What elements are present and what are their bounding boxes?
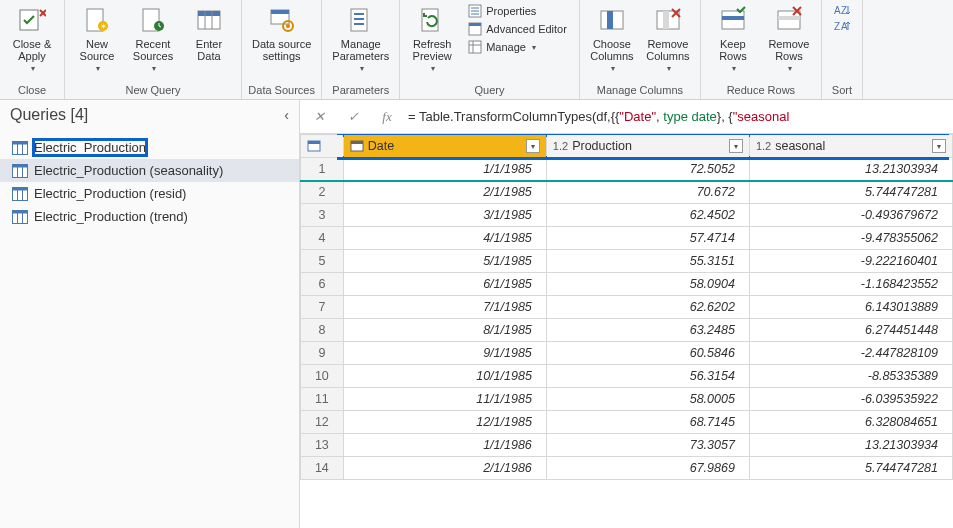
table-row[interactable]: 1111/1/198558.0005-6.039535922 bbox=[301, 388, 953, 411]
table-row[interactable]: 142/1/198667.98695.744747281 bbox=[301, 457, 953, 480]
row-number-cell[interactable]: 7 bbox=[301, 296, 344, 319]
cell-seasonal[interactable]: -2.447828109 bbox=[749, 342, 952, 365]
row-number-cell[interactable]: 6 bbox=[301, 273, 344, 296]
new-source-button[interactable]: ✶ New Source bbox=[69, 2, 125, 75]
cell-production[interactable]: 57.4714 bbox=[546, 227, 749, 250]
table-row[interactable]: 33/1/198562.4502-0.493679672 bbox=[301, 204, 953, 227]
cell-production[interactable]: 58.0904 bbox=[546, 273, 749, 296]
cell-seasonal[interactable]: -1.168423552 bbox=[749, 273, 952, 296]
cell-date[interactable]: 1/1/1985 bbox=[343, 158, 546, 181]
refresh-preview-button[interactable]: Refresh Preview bbox=[404, 2, 460, 75]
choose-columns-button[interactable]: Choose Columns bbox=[584, 2, 640, 75]
column-header[interactable]: 1.2Production▾ bbox=[546, 135, 749, 158]
close-apply-button[interactable]: Close & Apply bbox=[4, 2, 60, 75]
cell-date[interactable]: 7/1/1985 bbox=[343, 296, 546, 319]
table-row[interactable]: 55/1/198555.3151-9.222160401 bbox=[301, 250, 953, 273]
cell-production[interactable]: 73.3057 bbox=[546, 434, 749, 457]
properties-button[interactable]: Properties bbox=[464, 2, 571, 20]
data-source-settings-button[interactable]: Data source settings bbox=[246, 2, 317, 64]
row-number-cell[interactable]: 10 bbox=[301, 365, 344, 388]
row-header-corner[interactable] bbox=[301, 135, 344, 158]
cell-production[interactable]: 67.9869 bbox=[546, 457, 749, 480]
cell-production[interactable]: 70.672 bbox=[546, 181, 749, 204]
table-row[interactable]: 66/1/198558.0904-1.168423552 bbox=[301, 273, 953, 296]
cell-production[interactable]: 60.5846 bbox=[546, 342, 749, 365]
column-filter-dropdown[interactable]: ▾ bbox=[729, 139, 743, 153]
table-row[interactable]: 1010/1/198556.3154-8.85335389 bbox=[301, 365, 953, 388]
advanced-editor-button[interactable]: Advanced Editor bbox=[464, 20, 571, 38]
table-row[interactable]: 131/1/198673.305713.21303934 bbox=[301, 434, 953, 457]
manage-button[interactable]: Manage bbox=[464, 38, 571, 56]
cell-date[interactable]: 4/1/1985 bbox=[343, 227, 546, 250]
cell-production[interactable]: 55.3151 bbox=[546, 250, 749, 273]
column-header[interactable]: Date▾ bbox=[343, 135, 546, 158]
cell-date[interactable]: 2/1/1986 bbox=[343, 457, 546, 480]
cell-seasonal[interactable]: 5.744747281 bbox=[749, 181, 952, 204]
remove-rows-button[interactable]: Remove Rows bbox=[761, 2, 817, 75]
row-number-cell[interactable]: 14 bbox=[301, 457, 344, 480]
column-filter-dropdown[interactable]: ▾ bbox=[526, 139, 540, 153]
cell-date[interactable]: 8/1/1985 bbox=[343, 319, 546, 342]
fx-icon[interactable]: fx bbox=[374, 106, 400, 128]
sort-desc-button[interactable]: ZA bbox=[830, 18, 854, 34]
column-header[interactable]: 1.2seasonal▾ bbox=[749, 135, 952, 158]
cell-date[interactable]: 11/1/1985 bbox=[343, 388, 546, 411]
cell-date[interactable]: 1/1/1986 bbox=[343, 434, 546, 457]
row-number-cell[interactable]: 3 bbox=[301, 204, 344, 227]
cell-seasonal[interactable]: 6.274451448 bbox=[749, 319, 952, 342]
collapse-queries-icon[interactable]: ‹ bbox=[284, 107, 289, 123]
manage-parameters-button[interactable]: Manage Parameters bbox=[326, 2, 395, 75]
cell-date[interactable]: 9/1/1985 bbox=[343, 342, 546, 365]
recent-sources-button[interactable]: Recent Sources bbox=[125, 2, 181, 75]
column-filter-dropdown[interactable]: ▾ bbox=[932, 139, 946, 153]
row-number-cell[interactable]: 2 bbox=[301, 181, 344, 204]
row-number-cell[interactable]: 13 bbox=[301, 434, 344, 457]
keep-rows-button[interactable]: Keep Rows bbox=[705, 2, 761, 75]
cell-production[interactable]: 62.6202 bbox=[546, 296, 749, 319]
cell-production[interactable]: 72.5052 bbox=[546, 158, 749, 181]
cell-seasonal[interactable]: -8.85335389 bbox=[749, 365, 952, 388]
cell-production[interactable]: 63.2485 bbox=[546, 319, 749, 342]
sort-asc-button[interactable]: AZ bbox=[830, 2, 854, 18]
query-item[interactable]: Electric_Production bbox=[0, 136, 299, 159]
table-row[interactable]: 44/1/198557.4714-9.478355062 bbox=[301, 227, 953, 250]
cell-production[interactable]: 68.7145 bbox=[546, 411, 749, 434]
cell-seasonal[interactable]: 6.328084651 bbox=[749, 411, 952, 434]
row-number-cell[interactable]: 1 bbox=[301, 158, 344, 181]
table-row[interactable]: 11/1/198572.505213.21303934 bbox=[301, 158, 953, 181]
cell-date[interactable]: 2/1/1985 bbox=[343, 181, 546, 204]
row-number-cell[interactable]: 12 bbox=[301, 411, 344, 434]
row-number-cell[interactable]: 11 bbox=[301, 388, 344, 411]
row-number-cell[interactable]: 9 bbox=[301, 342, 344, 365]
table-row[interactable]: 77/1/198562.62026.143013889 bbox=[301, 296, 953, 319]
table-row[interactable]: 1212/1/198568.71456.328084651 bbox=[301, 411, 953, 434]
cell-seasonal[interactable]: -9.478355062 bbox=[749, 227, 952, 250]
row-number-cell[interactable]: 5 bbox=[301, 250, 344, 273]
query-item[interactable]: Electric_Production (trend) bbox=[0, 205, 299, 228]
cell-seasonal[interactable]: -0.493679672 bbox=[749, 204, 952, 227]
table-row[interactable]: 99/1/198560.5846-2.447828109 bbox=[301, 342, 953, 365]
remove-columns-button[interactable]: Remove Columns bbox=[640, 2, 696, 75]
confirm-formula-icon[interactable]: ✓ bbox=[340, 106, 366, 128]
cell-seasonal[interactable]: -9.222160401 bbox=[749, 250, 952, 273]
table-row[interactable]: 22/1/198570.6725.744747281 bbox=[301, 181, 953, 204]
query-item[interactable]: Electric_Production (seasonality) bbox=[0, 159, 299, 182]
cancel-formula-icon[interactable]: ✕ bbox=[306, 106, 332, 128]
cell-seasonal[interactable]: 6.143013889 bbox=[749, 296, 952, 319]
cell-date[interactable]: 5/1/1985 bbox=[343, 250, 546, 273]
cell-seasonal[interactable]: 13.21303934 bbox=[749, 158, 952, 181]
cell-seasonal[interactable]: 13.21303934 bbox=[749, 434, 952, 457]
cell-date[interactable]: 10/1/1985 bbox=[343, 365, 546, 388]
cell-date[interactable]: 12/1/1985 bbox=[343, 411, 546, 434]
query-item[interactable]: Electric_Production (resid) bbox=[0, 182, 299, 205]
cell-date[interactable]: 3/1/1985 bbox=[343, 204, 546, 227]
cell-production[interactable]: 62.4502 bbox=[546, 204, 749, 227]
row-number-cell[interactable]: 8 bbox=[301, 319, 344, 342]
cell-date[interactable]: 6/1/1985 bbox=[343, 273, 546, 296]
cell-seasonal[interactable]: -6.039535922 bbox=[749, 388, 952, 411]
cell-seasonal[interactable]: 5.744747281 bbox=[749, 457, 952, 480]
row-number-cell[interactable]: 4 bbox=[301, 227, 344, 250]
formula-text[interactable]: = Table.TransformColumnTypes(df,{{"Date"… bbox=[408, 109, 947, 124]
enter-data-button[interactable]: Enter Data bbox=[181, 2, 237, 75]
cell-production[interactable]: 58.0005 bbox=[546, 388, 749, 411]
